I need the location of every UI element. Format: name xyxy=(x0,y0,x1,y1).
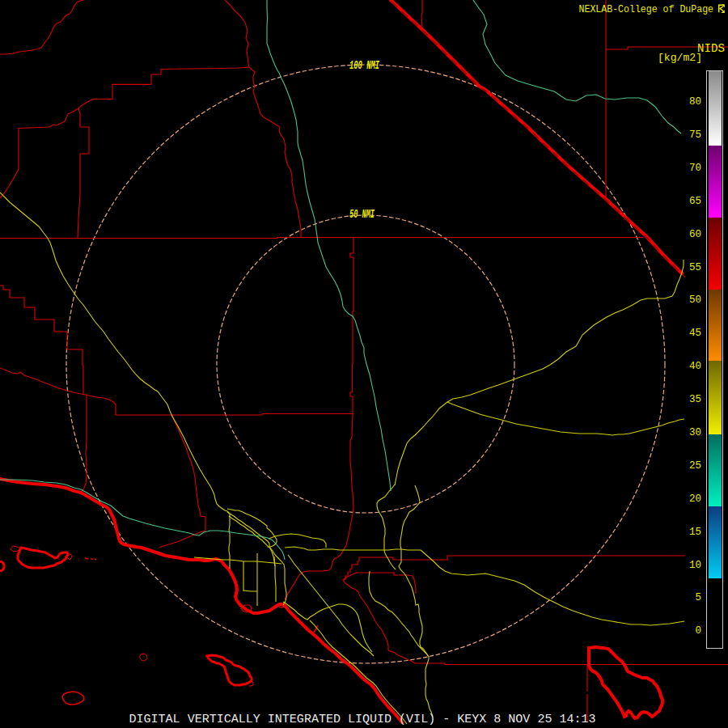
svg-text:100 NMI: 100 NMI xyxy=(349,59,379,72)
svg-text:45: 45 xyxy=(689,328,701,339)
svg-text:80: 80 xyxy=(689,96,701,108)
svg-text:10: 10 xyxy=(689,560,701,571)
svg-text:60: 60 xyxy=(689,229,701,240)
svg-text:55: 55 xyxy=(689,262,701,273)
svg-text:0: 0 xyxy=(695,625,701,637)
svg-text:75: 75 xyxy=(689,129,701,141)
svg-text:20: 20 xyxy=(689,493,701,505)
svg-text:65: 65 xyxy=(689,196,701,207)
svg-text:35: 35 xyxy=(689,394,701,405)
svg-text:5: 5 xyxy=(695,592,701,603)
svg-text:40: 40 xyxy=(689,361,701,372)
svg-text:70: 70 xyxy=(689,163,701,174)
svg-text:[kg/m2]: [kg/m2] xyxy=(658,52,702,64)
svg-text:30: 30 xyxy=(689,427,701,438)
svg-text:NEXLAB-College of DuPage: NEXLAB-College of DuPage xyxy=(579,4,714,15)
svg-text:25: 25 xyxy=(689,460,701,472)
svg-text:15: 15 xyxy=(689,527,701,538)
svg-text:50 NMI: 50 NMI xyxy=(349,208,375,221)
svg-text:DIGITAL VERTICALLY INTEGRATED: DIGITAL VERTICALLY INTEGRATED LIQUID (VI… xyxy=(129,713,596,726)
svg-text:50: 50 xyxy=(689,294,701,306)
